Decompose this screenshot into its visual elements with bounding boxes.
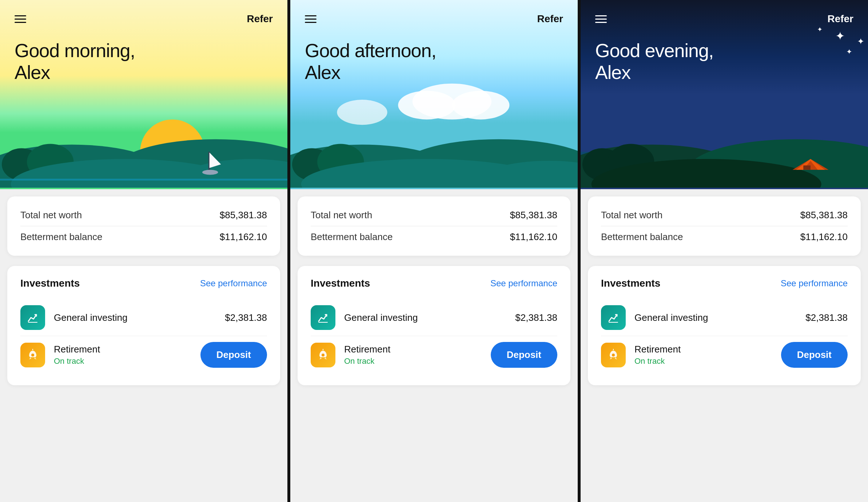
betterment-balance-row: Betterment balance $11,162.10 [20,226,267,243]
total-net-worth-label: Total net worth [601,210,662,221]
total-net-worth-row: Total net worth $85,381.38 [20,210,267,226]
phone-panel-morning: Refer Good morning,Alex Total net worth … [0,0,290,502]
investments-title: Investments [601,278,660,289]
see-performance-link[interactable]: See performance [781,278,848,288]
investment-icon-0 [311,305,335,330]
investment-name: General investing [634,312,805,323]
investment-name: General investing [344,312,515,323]
investment-info: RetirementOn track [634,344,781,366]
investment-name: Retirement [54,344,200,355]
svg-point-19 [337,100,387,125]
investment-info: RetirementOn track [54,344,200,366]
star-decoration: ✦ [846,47,852,56]
investment-subtitle: On track [54,356,200,366]
phone-panel-evening: Refer ✦✦✦✦Good evening,Alex Total net wo… [581,0,868,502]
investment-info: General investing [344,312,515,323]
svg-point-18 [452,91,509,119]
investment-info: General investing [54,312,225,323]
content-area: Total net worth $85,381.38 Betterment ba… [290,189,578,502]
investment-subtitle: On track [344,356,491,366]
investment-icon-1 [20,343,45,367]
refer-button[interactable]: Refer [827,13,853,25]
total-net-worth-row: Total net worth $85,381.38 [601,210,848,226]
svg-point-17 [398,91,455,119]
investment-item[interactable]: General investing$2,381.38 [311,299,557,336]
investment-item[interactable]: RetirementOn trackDeposit [311,336,557,374]
refer-button[interactable]: Refer [247,13,273,25]
menu-icon[interactable] [595,15,607,23]
svg-point-14 [31,354,34,356]
svg-point-42 [612,354,615,356]
betterment-balance-row: Betterment balance $11,162.10 [311,226,557,243]
investments-title: Investments [20,278,80,289]
app-header: Refer [0,0,287,32]
svg-point-29 [322,354,324,356]
investment-icon-0 [20,305,45,330]
deposit-button[interactable]: Deposit [781,342,848,368]
betterment-balance-label: Betterment balance [20,231,102,243]
total-net-worth-label: Total net worth [20,210,82,221]
investment-info: RetirementOn track [344,344,491,366]
investment-name: Retirement [634,344,781,355]
content-area: Total net worth $85,381.38 Betterment ba… [581,189,868,502]
net-worth-card: Total net worth $85,381.38 Betterment ba… [7,196,280,256]
investment-icon-1 [601,343,626,367]
investments-section: Investments See performance General inve… [7,266,280,385]
investment-value: $2,381.38 [225,312,267,323]
phone-panel-afternoon: Refer Good afternoon,Alex Total net wort… [290,0,581,502]
investment-item[interactable]: RetirementOn trackDeposit [601,336,848,374]
investment-item[interactable]: General investing$2,381.38 [20,299,267,336]
betterment-balance-value: $11,162.10 [510,231,557,243]
app-header: Refer [290,0,578,32]
deposit-button[interactable]: Deposit [491,342,557,368]
investment-value: $2,381.38 [515,312,557,323]
investments-section: Investments See performance General inve… [588,266,861,385]
landscape-illustration [581,73,868,189]
investments-title: Investments [311,278,370,289]
total-net-worth-row: Total net worth $85,381.38 [311,210,557,226]
investment-subtitle: On track [634,356,781,366]
svg-point-10 [202,170,218,175]
landscape-illustration [290,73,578,189]
investment-name: General investing [54,312,225,323]
investment-info: General investing [634,312,805,323]
investment-name: Retirement [344,344,491,355]
total-net-worth-value: $85,381.38 [220,210,267,221]
net-worth-card: Total net worth $85,381.38 Betterment ba… [588,196,861,256]
investments-section: Investments See performance General inve… [298,266,570,385]
star-decoration: ✦ [857,36,864,47]
svg-rect-39 [803,166,811,170]
see-performance-link[interactable]: See performance [490,278,557,288]
content-area: Total net worth $85,381.38 Betterment ba… [0,189,287,502]
betterment-balance-row: Betterment balance $11,162.10 [601,226,848,243]
total-net-worth-value: $85,381.38 [800,210,848,221]
total-net-worth-label: Total net worth [311,210,372,221]
betterment-balance-value: $11,162.10 [220,231,267,243]
landscape-illustration [0,73,287,189]
deposit-button[interactable]: Deposit [200,342,267,368]
svg-rect-11 [0,179,287,180]
betterment-balance-label: Betterment balance [601,231,683,243]
app-header: Refer [581,0,868,32]
total-net-worth-value: $85,381.38 [510,210,557,221]
see-performance-link[interactable]: See performance [200,278,267,288]
betterment-balance-label: Betterment balance [311,231,393,243]
investment-icon-0 [601,305,626,330]
menu-icon[interactable] [305,15,316,23]
investment-icon-1 [311,343,335,367]
investment-value: $2,381.38 [805,312,848,323]
betterment-balance-value: $11,162.10 [800,231,848,243]
menu-icon[interactable] [15,15,26,23]
investment-item[interactable]: General investing$2,381.38 [601,299,848,336]
net-worth-card: Total net worth $85,381.38 Betterment ba… [298,196,570,256]
investment-item[interactable]: RetirementOn trackDeposit [20,336,267,374]
refer-button[interactable]: Refer [537,13,563,25]
